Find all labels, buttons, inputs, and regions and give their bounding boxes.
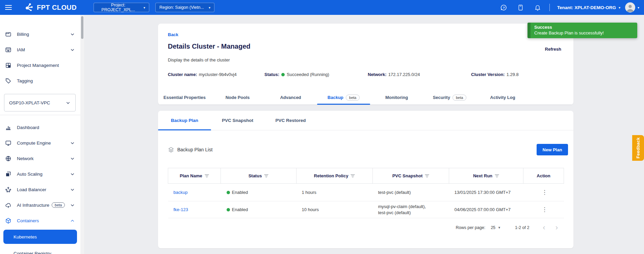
tab-pvc-restored[interactable]: PVC Restored [264, 111, 317, 130]
user-menu[interactable]: ▾ [625, 2, 639, 12]
chevron-down-icon [70, 187, 75, 192]
help-chat-icon[interactable]: ? [500, 4, 508, 11]
refresh-button[interactable]: Refresh [545, 47, 561, 52]
cell-retention-policy: 10 hours [297, 201, 373, 218]
sidebar-item-load-balancer[interactable]: Load Balancer [0, 182, 80, 197]
sidebar-item-compute-engine[interactable]: Compute Engine [0, 135, 80, 151]
sidebar-scrollbar[interactable] [80, 15, 84, 254]
tab-monitoring[interactable]: Monitoring [370, 91, 423, 104]
tab-essential-properties[interactable]: Essential Properties [158, 91, 211, 104]
tenant-selector[interactable]: Tenant: XPLAT-DEMO-ORG ▾ [557, 5, 620, 10]
previous-page-button[interactable]: ‹ [541, 224, 547, 231]
sidebar-item-label: Container Registry [14, 251, 51, 254]
sidebar-item-container-registry[interactable]: Container Registry [0, 247, 80, 254]
tenant-label: Tenant: XPLAT-DEMO-ORG [557, 5, 616, 10]
sidebar-divider [0, 115, 80, 115]
wallet-icon [5, 31, 11, 37]
auto-scaling-icon [5, 171, 11, 177]
beta-badge: beta [453, 95, 466, 101]
tab-label: Activity Log [490, 95, 515, 100]
sidebar-item-label: Kubernetes [14, 234, 37, 239]
sidebar-item-tagging[interactable]: Tagging [0, 73, 80, 88]
sidebar-item-kubernetes[interactable]: Kubernetes [3, 230, 77, 244]
menu-icon[interactable] [5, 5, 12, 10]
column-header-status: Status [221, 168, 297, 184]
tab-backup[interactable]: Backupbeta [317, 91, 370, 104]
cluster-tabs: Essential PropertiesNode PoolsAdvancedBa… [158, 91, 573, 105]
info-value: mycluster-9b4v0vj4 [199, 72, 237, 77]
row-actions-kebab-icon[interactable]: ⋮ [539, 188, 550, 197]
logo-molecule-icon [24, 2, 34, 13]
tab-advanced[interactable]: Advanced [264, 91, 317, 104]
tab-activity-log[interactable]: Activity Log [476, 91, 529, 104]
sidebar-item-label: Dashboard [17, 125, 39, 130]
tab-label: Security [433, 95, 450, 100]
tab-label: PVC Restored [275, 118, 306, 123]
sidebar-item-iam[interactable]: IAM [0, 42, 80, 57]
success-toast: Success Create Backup Plan is successful… [527, 23, 637, 38]
tag-icon [5, 77, 11, 84]
backup-plan-list-title: Backup Plan List [177, 147, 212, 152]
vpc-selector[interactable]: OSP10-XPLAT-VPC [4, 94, 76, 111]
sidebar-item-project-management[interactable]: Project Management [0, 57, 80, 73]
filter-icon[interactable] [351, 174, 355, 178]
sidebar-item-label: Project Management [17, 63, 59, 68]
region-selector[interactable]: Region: Saigon (Vietn... ▾ [155, 3, 214, 12]
pvc-line: mysql-pv-claim (default), [378, 204, 446, 210]
cell-action: ⋮ [523, 201, 564, 218]
sidebar-item-billing[interactable]: Billing [0, 26, 80, 42]
sidebar-item-label: IAM [17, 47, 25, 52]
sidebar-item-label: Containers [17, 218, 39, 223]
chevron-down-icon: ▼ [498, 226, 501, 229]
toast-message: Create Backup Plan is successfully! [534, 30, 633, 36]
column-header-next-run: Next Run [449, 168, 523, 184]
sidebar-item-network[interactable]: Network [0, 151, 80, 166]
load-balancer-icon [5, 186, 11, 193]
column-header-pvc-snapshot: PVC Snapshot [373, 168, 449, 184]
avatar [625, 2, 635, 12]
backup-panel: Backup PlanPVC SnapshotPVC Restored Back… [158, 111, 573, 248]
back-link[interactable]: Back [168, 32, 178, 37]
filter-icon[interactable] [264, 174, 268, 178]
backup-plan-table: Plan NameStatusRetention PolicyPVC Snaps… [168, 168, 564, 218]
page-title: Details Cluster - Managed [168, 43, 251, 50]
sidebar-item-ai-infrastructure[interactable]: AI Infrastructurebeta [0, 197, 80, 213]
project-selector[interactable]: Project: PROJECT_XPL... ▾ [94, 3, 149, 12]
chevron-down-icon: ▾ [144, 6, 145, 9]
filter-icon[interactable] [205, 174, 209, 178]
info-cluster-name: Cluster name:mycluster-9b4v0vj4 [168, 72, 237, 77]
filter-icon[interactable] [425, 174, 429, 178]
info-value: Succeeded (Running) [287, 72, 329, 77]
tab-node-pools[interactable]: Node Pools [211, 91, 264, 104]
cell-pvc-snapshot: test-pvc (default) [373, 184, 449, 201]
pagination-range: 1-2 of 2 [515, 225, 529, 230]
sidebar-item-containers[interactable]: Containers [0, 213, 80, 228]
plan-name-link[interactable]: fke-123 [174, 207, 188, 212]
tab-backup-plan[interactable]: Backup Plan [158, 111, 211, 130]
filter-icon[interactable] [495, 174, 499, 178]
row-actions-kebab-icon[interactable]: ⋮ [539, 205, 550, 214]
sidebar-item-dashboard[interactable]: Dashboard [0, 120, 80, 135]
backup-plan-list-title-wrap: Backup Plan List [168, 147, 212, 153]
info-value: 172.17.225.0/24 [388, 72, 420, 77]
active-tab-indicator [317, 104, 370, 105]
rows-per-page-select[interactable]: 25 ▼ [491, 225, 501, 230]
info-network: Network:172.17.225.0/24 [368, 72, 420, 77]
plan-name-link[interactable]: backup [174, 190, 188, 195]
sidebar-item-auto-scaling[interactable]: Auto Scaling [0, 166, 80, 182]
rows-per-page-label: Rows per page: [456, 225, 486, 230]
vpc-selector-value: OSP10-XPLAT-VPC [9, 100, 50, 105]
tab-pvc-snapshot[interactable]: PVC Snapshot [211, 111, 264, 130]
pvc-line: test-pvc (default) [378, 189, 446, 196]
next-page-button[interactable]: › [553, 224, 560, 231]
tab-label: PVC Snapshot [222, 118, 253, 123]
cell-status: Enabled [221, 201, 297, 218]
tab-security[interactable]: Securitybeta [423, 91, 476, 104]
feedback-tab[interactable]: Feedback [632, 135, 644, 161]
column-header-plan-name: Plan Name [168, 168, 221, 184]
docs-icon[interactable] [517, 4, 524, 11]
notifications-bell-icon[interactable] [534, 4, 541, 11]
info-label: Cluster Version: [471, 72, 505, 77]
scrollbar-thumb[interactable] [81, 16, 83, 39]
new-plan-button[interactable]: New Plan [537, 144, 568, 155]
